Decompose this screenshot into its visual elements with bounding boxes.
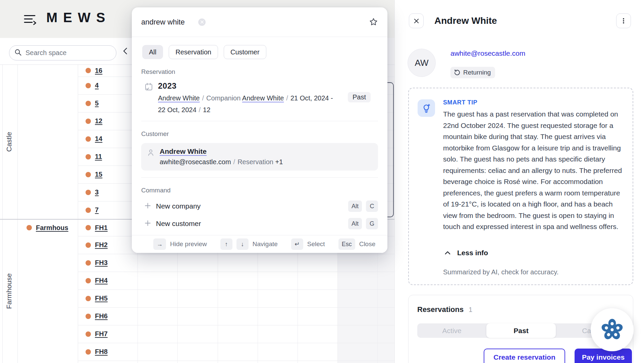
room-status-dot xyxy=(86,349,91,355)
menu-icon[interactable] xyxy=(23,14,37,26)
separator: / xyxy=(233,158,235,166)
chevron-up-icon xyxy=(444,249,451,257)
reservation-result[interactable]: 2023 Andrew White/Companion Andrew White… xyxy=(141,81,378,114)
create-reservation-button[interactable]: Create reservation xyxy=(484,349,565,363)
customer-name-link[interactable]: Andrew White xyxy=(160,147,283,155)
filter-chip-reservation[interactable]: Reservation xyxy=(169,45,218,59)
close-hint[interactable]: Close xyxy=(359,240,376,248)
reservation-dates-end: 22 Oct, 2024 xyxy=(158,106,197,114)
kebab-menu-icon[interactable] xyxy=(616,13,631,28)
close-icon[interactable] xyxy=(409,13,424,28)
room-link[interactable]: 3 xyxy=(95,188,99,196)
key-badge: Alt xyxy=(348,200,362,212)
room-link[interactable]: FH7 xyxy=(95,330,108,338)
room-row: 5 xyxy=(78,94,138,112)
room-link[interactable]: 12 xyxy=(95,117,102,125)
room-row: FH5 xyxy=(78,289,138,307)
key-badge: G xyxy=(366,218,378,229)
smart-tip-body: The guest has a past reservation that wa… xyxy=(443,108,627,232)
room-status-dot xyxy=(86,190,91,195)
mews-assistant-button[interactable] xyxy=(591,308,634,351)
room-status-dot xyxy=(86,136,91,142)
group-link[interactable]: Farmhous xyxy=(36,224,68,232)
smart-tip-bulb-icon xyxy=(418,99,435,117)
customer-email-link[interactable]: awhite@rosecastle.com xyxy=(450,49,525,57)
status-badge: Past xyxy=(348,92,371,102)
mews-logo[interactable]: MEWS xyxy=(46,10,111,25)
command-new-customer[interactable]: New customer AltG xyxy=(141,215,378,232)
room-row: FH7 xyxy=(78,325,138,343)
grid-line xyxy=(2,64,3,363)
search-query-row xyxy=(132,7,387,37)
reservations-title: Reservations xyxy=(417,305,464,314)
returning-badge: Returning xyxy=(450,67,495,78)
room-link[interactable]: 14 xyxy=(95,135,102,143)
hide-preview-hint[interactable]: Hide preview xyxy=(170,240,207,248)
room-link[interactable]: FH5 xyxy=(95,294,108,302)
companion-label: Companion xyxy=(206,94,240,102)
plus-icon xyxy=(144,220,151,228)
grid-line xyxy=(17,64,18,363)
room-link[interactable]: 11 xyxy=(95,153,102,161)
filter-chip-customer[interactable]: Customer xyxy=(224,45,266,59)
room-status-dot xyxy=(86,119,91,124)
room-row: FH1 xyxy=(78,219,138,236)
search-icon xyxy=(14,48,22,58)
section-label-reservation: Reservation xyxy=(141,68,378,76)
room-row: FH6 xyxy=(78,307,138,325)
esc-key: Esc xyxy=(338,238,355,250)
room-link[interactable]: FH2 xyxy=(95,241,108,249)
room-link[interactable]: FH4 xyxy=(95,277,108,284)
customer-detail-panel: Andrew White AW awhite@rosecastle.com Re… xyxy=(394,0,644,363)
select-hint: Select xyxy=(307,240,325,248)
page-title: Andrew White xyxy=(434,15,497,26)
guest-link[interactable]: Andrew White xyxy=(158,94,200,102)
reservation-unit: 12 xyxy=(203,106,210,114)
calendar-check-icon xyxy=(144,82,153,114)
room-link[interactable]: 7 xyxy=(95,206,99,214)
room-status-dot xyxy=(86,314,91,319)
ai-disclaimer: Summarized by AI, check for accuracy. xyxy=(443,268,558,276)
returning-label: Returning xyxy=(463,69,491,76)
filter-chip-all[interactable]: All xyxy=(142,45,163,59)
room-row: 4 xyxy=(78,77,138,94)
room-link[interactable]: FH1 xyxy=(95,224,108,232)
customer-result[interactable]: Andrew White awhite@rosecastle.com/Reser… xyxy=(141,143,378,171)
room-status-dot xyxy=(86,278,91,283)
group-row: Farmhous xyxy=(17,219,78,236)
room-row: FH3 xyxy=(78,254,138,272)
room-row: FH4 xyxy=(78,272,138,289)
star-icon[interactable] xyxy=(369,17,378,28)
companion-link[interactable]: Andrew White xyxy=(242,94,284,102)
room-row: 15 xyxy=(78,166,138,183)
room-link[interactable]: FH3 xyxy=(95,259,108,267)
room-status-dot xyxy=(86,101,91,106)
command-label: New customer xyxy=(156,220,343,228)
mews-flower-icon xyxy=(601,318,624,341)
room-link[interactable]: 4 xyxy=(95,82,99,89)
room-link[interactable]: 5 xyxy=(95,99,99,107)
plus-icon xyxy=(144,202,151,211)
global-search-input[interactable] xyxy=(141,18,198,27)
customer-meta: awhite@rosecastle.com/Reservation +1 xyxy=(160,157,283,166)
room-link[interactable]: FH6 xyxy=(95,312,108,320)
global-search-overlay: All Reservation Customer Reservation 202… xyxy=(132,7,387,253)
room-link[interactable]: FH8 xyxy=(95,348,108,356)
pay-invoices-button[interactable]: Pay invoices xyxy=(575,349,632,363)
returning-icon xyxy=(454,69,461,76)
tab-active[interactable]: Active xyxy=(417,323,486,338)
separator: / xyxy=(286,94,288,102)
search-filter-chips: All Reservation Customer xyxy=(132,37,387,59)
room-link[interactable]: 15 xyxy=(95,171,102,178)
room-link[interactable]: 16 xyxy=(95,67,102,75)
arrow-down-key-icon: ↓ xyxy=(236,238,249,250)
customer-meta-extra: +1 xyxy=(275,158,283,166)
space-search-input[interactable] xyxy=(25,49,114,57)
space-search-field[interactable] xyxy=(9,45,116,60)
clear-icon[interactable] xyxy=(198,18,206,26)
command-new-company[interactable]: New company AltC xyxy=(141,197,378,215)
collapse-panel-icon[interactable] xyxy=(121,43,131,59)
less-info-toggle[interactable]: Less info xyxy=(444,249,488,257)
avatar: AW xyxy=(408,49,436,77)
tab-past[interactable]: Past xyxy=(486,323,555,338)
